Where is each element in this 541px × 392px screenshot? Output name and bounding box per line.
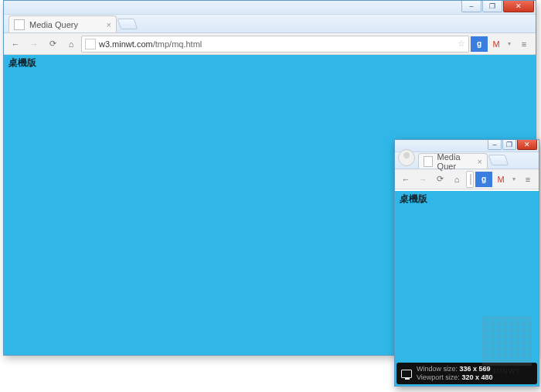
- google-extension-icon[interactable]: g: [475, 172, 492, 187]
- tab-strip: Media Quer ×: [395, 152, 539, 169]
- browser-tab[interactable]: Media Query ×: [9, 15, 117, 32]
- tab-close-icon[interactable]: ×: [107, 20, 111, 29]
- chrome-menu-button[interactable]: ≡: [520, 172, 536, 187]
- tab-strip: Media Query ×: [4, 15, 536, 33]
- viewport-size-label: Viewport size:: [417, 373, 460, 381]
- minimize-button[interactable]: –: [461, 1, 481, 12]
- maximize-button[interactable]: ❐: [502, 140, 516, 150]
- address-bar[interactable]: w3. ☆: [466, 171, 474, 188]
- viewport-size-value: 320 x 480: [461, 373, 492, 381]
- browser-window-small: – ❐ ✕ Media Quer × ← → ⟳ ⌂ w3. ☆ g M ▾ ≡…: [394, 139, 539, 387]
- window-size-value: 336 x 569: [460, 365, 491, 373]
- toolbar: ← → ⟳ ⌂ w3. ☆ g M ▾ ≡: [395, 169, 539, 189]
- extensions-overflow-icon[interactable]: ▾: [505, 36, 514, 52]
- home-button[interactable]: ⌂: [449, 172, 464, 187]
- page-favicon-icon: [14, 19, 25, 30]
- bookmark-star-icon[interactable]: ☆: [458, 39, 465, 49]
- close-button[interactable]: ✕: [503, 1, 534, 12]
- address-bar[interactable]: w3.minwt.com /tmp/mq.html ☆: [81, 36, 469, 53]
- window-size-label: Window size:: [417, 365, 458, 373]
- maximize-button[interactable]: ❐: [482, 1, 502, 12]
- extensions-overflow-icon[interactable]: ▾: [509, 172, 519, 187]
- home-button[interactable]: ⌂: [63, 36, 80, 52]
- titlebar: – ❐ ✕: [395, 140, 539, 152]
- page-favicon-icon: [424, 156, 433, 167]
- new-tab-button[interactable]: [488, 155, 509, 165]
- window-controls: – ❐ ✕: [461, 1, 534, 12]
- gmail-extension-icon[interactable]: M: [488, 36, 505, 52]
- gmail-extension-icon[interactable]: M: [492, 172, 509, 187]
- window-controls: – ❐ ✕: [487, 140, 537, 150]
- size-info-bar: Window size: 336 x 569 Viewport size: 32…: [396, 363, 537, 384]
- page-icon: [85, 39, 96, 49]
- new-tab-button[interactable]: [117, 19, 138, 29]
- tab-title: Media Quer: [437, 152, 473, 171]
- toolbar: ← → ⟳ ⌂ w3.minwt.com /tmp/mq.html ☆ g M …: [4, 33, 536, 55]
- url-domain: w3.minwt.com: [99, 39, 153, 49]
- monitor-icon: [401, 370, 412, 378]
- page-icon: [470, 174, 471, 185]
- titlebar: – ❐ ✕: [4, 1, 536, 15]
- url-path: /tmp/mq.html: [153, 39, 202, 49]
- extension-area: g M ▾: [475, 172, 519, 187]
- chrome-menu-button[interactable]: ≡: [515, 36, 532, 52]
- forward-button: →: [26, 36, 43, 52]
- tab-title: Media Query: [29, 20, 78, 29]
- profile-avatar-icon[interactable]: [398, 149, 415, 166]
- page-content: 桌機版: [395, 191, 539, 386]
- reload-button[interactable]: ⟳: [44, 36, 61, 52]
- page-heading: 桌機版: [9, 56, 36, 70]
- close-button[interactable]: ✕: [517, 140, 537, 150]
- browser-tab[interactable]: Media Quer ×: [418, 153, 488, 169]
- google-extension-icon[interactable]: g: [471, 36, 488, 52]
- extension-area: g M ▾: [471, 36, 514, 52]
- forward-button: →: [415, 172, 430, 187]
- reload-button[interactable]: ⟳: [432, 172, 447, 187]
- back-button[interactable]: ←: [398, 172, 413, 187]
- page-heading: 桌機版: [400, 193, 427, 206]
- tab-close-icon[interactable]: ×: [478, 157, 482, 166]
- back-button[interactable]: ←: [7, 36, 24, 52]
- minimize-button[interactable]: –: [488, 140, 502, 150]
